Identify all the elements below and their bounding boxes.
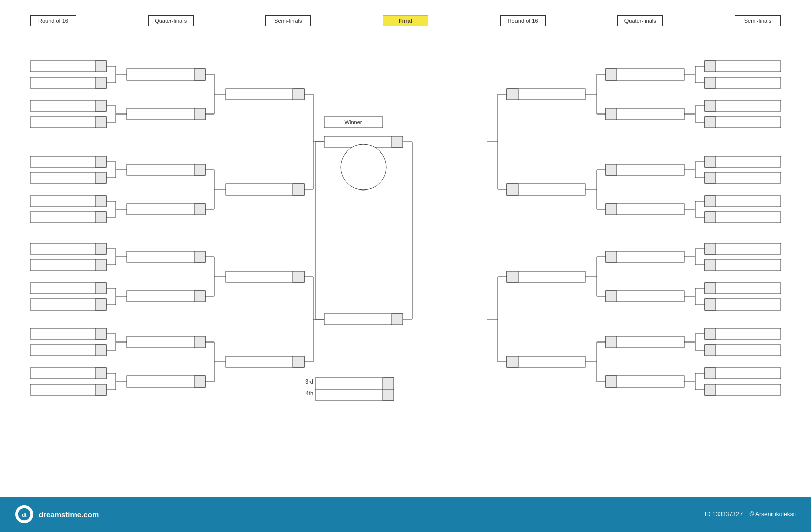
svg-rect-83	[95, 345, 106, 356]
qf-left-match4	[127, 336, 226, 387]
svg-rect-96	[127, 336, 205, 348]
svg-rect-1	[95, 61, 106, 72]
svg-rect-181	[507, 184, 585, 195]
r16-right-match7	[684, 328, 781, 356]
svg-rect-104	[226, 271, 304, 282]
svg-rect-43	[194, 204, 205, 215]
svg-rect-188	[705, 243, 716, 254]
svg-rect-230	[606, 376, 617, 387]
svg-rect-72	[127, 251, 205, 262]
svg-rect-174	[606, 204, 617, 215]
sf-right-match2	[487, 271, 585, 367]
footer-author: © Arseniukoleksii	[749, 511, 796, 518]
svg-rect-222	[705, 384, 716, 395]
svg-rect-205	[606, 291, 684, 302]
r16-right-match1	[684, 61, 781, 88]
qf-right-match3	[585, 251, 684, 302]
svg-rect-127	[315, 378, 394, 389]
r16-right-match6	[684, 283, 781, 310]
svg-point-124	[341, 144, 386, 190]
r16-left-match2	[30, 100, 127, 128]
bracket-svg: Winner 3rd 4th	[0, 46, 811, 481]
svg-rect-179	[507, 89, 585, 100]
svg-rect-67	[95, 299, 106, 310]
svg-rect-99	[194, 376, 205, 387]
svg-rect-142	[705, 117, 716, 128]
svg-rect-49	[293, 89, 304, 100]
svg-rect-59	[95, 259, 106, 271]
qf-right-match4	[585, 336, 684, 387]
svg-rect-198	[705, 299, 716, 310]
svg-rect-9	[95, 100, 106, 111]
svg-rect-25	[95, 156, 106, 167]
svg-rect-140	[705, 100, 716, 111]
svg-rect-148	[606, 69, 617, 80]
footer-info: ID 133337327 © Arseniukoleksii	[705, 511, 796, 518]
svg-rect-149	[606, 108, 684, 120]
header-semifinals-left: Semi-finals	[265, 15, 311, 26]
r16-left-match5	[30, 243, 127, 271]
qf-left-match1	[127, 69, 226, 120]
r16-left-match7	[30, 328, 127, 356]
svg-rect-236	[507, 271, 518, 282]
r16-left-match8	[30, 368, 127, 395]
r16-right-match5	[684, 243, 781, 271]
main-area: Round of 16 Quater-finals Semi-finals Fi…	[0, 0, 811, 497]
svg-rect-128	[383, 378, 394, 389]
svg-rect-75	[194, 291, 205, 302]
r16-right-match8	[684, 368, 781, 395]
svg-rect-50	[226, 184, 304, 195]
sf-left-match1	[226, 89, 324, 195]
qf-right-match1	[585, 69, 684, 120]
svg-rect-98	[127, 376, 205, 387]
svg-rect-106	[226, 356, 304, 367]
svg-rect-182	[507, 184, 518, 195]
svg-rect-214	[705, 345, 716, 356]
svg-rect-150	[606, 108, 617, 120]
svg-rect-73	[194, 251, 205, 262]
svg-rect-171	[606, 164, 684, 175]
svg-rect-129	[315, 389, 394, 400]
svg-rect-17	[194, 69, 205, 80]
svg-rect-180	[507, 89, 518, 100]
svg-rect-57	[95, 243, 106, 254]
footer-id: ID 133337327	[705, 511, 743, 518]
svg-rect-113	[392, 136, 403, 147]
svg-rect-238	[507, 356, 518, 367]
footer-left: dt dreamstime.com	[15, 505, 99, 523]
svg-rect-156	[705, 156, 716, 167]
header-row: Round of 16 Quater-finals Semi-finals Fi…	[0, 15, 811, 26]
r16-right-match2	[684, 100, 781, 128]
svg-rect-237	[507, 356, 585, 367]
svg-rect-115	[392, 314, 403, 325]
svg-rect-132	[705, 61, 716, 72]
header-quarterfinals-left: Quater-finals	[148, 15, 194, 26]
r16-left-match3	[30, 156, 127, 183]
r16-left-match1	[30, 61, 127, 88]
footer-logo: dt	[15, 505, 33, 523]
svg-rect-164	[705, 196, 716, 207]
r16-right-match4	[684, 196, 781, 223]
svg-rect-65	[95, 283, 106, 294]
r16-right-match3	[684, 156, 781, 183]
svg-rect-114	[324, 314, 403, 325]
svg-text:dt: dt	[22, 512, 27, 518]
svg-rect-130	[383, 389, 394, 400]
svg-rect-11	[95, 117, 106, 128]
svg-rect-228	[606, 336, 617, 348]
svg-rect-190	[705, 259, 716, 271]
svg-rect-33	[95, 196, 106, 207]
svg-rect-42	[127, 204, 205, 215]
svg-rect-35	[95, 212, 106, 223]
svg-rect-147	[606, 69, 684, 80]
svg-rect-89	[95, 368, 106, 379]
svg-rect-74	[127, 291, 205, 302]
svg-rect-134	[705, 77, 716, 88]
svg-rect-229	[606, 376, 684, 387]
footer: dt dreamstime.com ID 133337327 © Arseniu…	[0, 497, 811, 532]
header-round16-right: Round of 16	[500, 15, 546, 26]
svg-rect-18	[127, 108, 205, 120]
svg-rect-173	[606, 204, 684, 215]
header-quarterfinals-right: Quater-finals	[617, 15, 663, 26]
svg-rect-91	[95, 384, 106, 395]
